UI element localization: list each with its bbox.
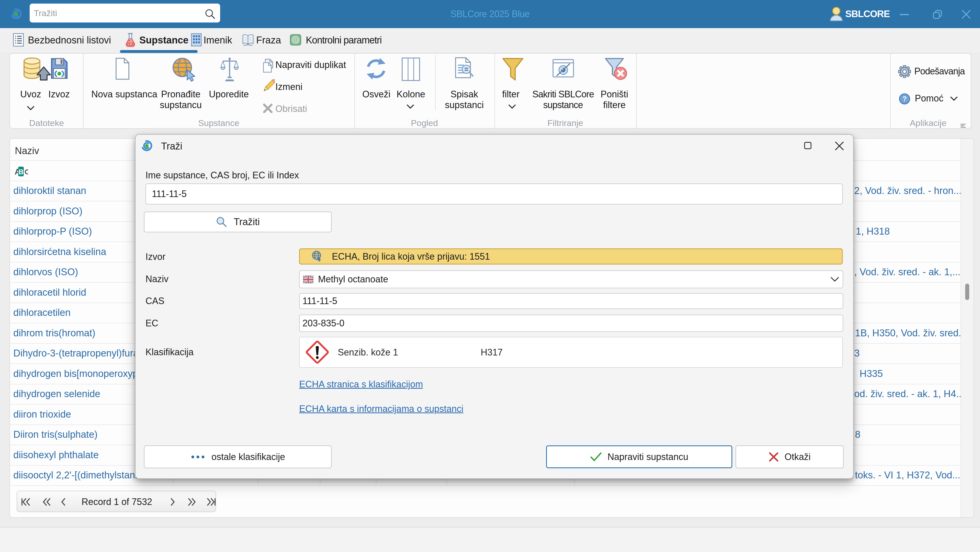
svg-text:C: C xyxy=(25,168,28,176)
svg-text:?: ? xyxy=(902,95,907,103)
svg-text:B: B xyxy=(18,168,24,176)
